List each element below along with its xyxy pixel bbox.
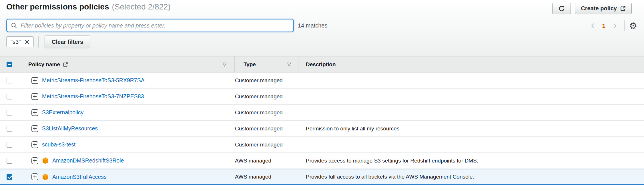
page-title: Other permissions policies(Selected 2/82… — [6, 2, 171, 11]
policy-name-link[interactable]: AmazonS3FullAccess — [52, 174, 107, 180]
search-icon — [11, 22, 17, 29]
table-header-row: Policy name Type Description — [0, 56, 644, 73]
type-filter-icon[interactable] — [287, 61, 291, 67]
table-row[interactable]: scuba-s3-test Customer managed — [0, 137, 644, 153]
expand-row-icon[interactable] — [31, 93, 38, 100]
policy-name-link[interactable]: MetricStreams-FirehoseToS3-7NZPES83 — [42, 93, 144, 100]
policy-name-link[interactable]: S3Externalpolicy — [42, 109, 83, 116]
current-page-number[interactable]: 1 — [598, 22, 610, 29]
policy-name-link[interactable]: scuba-s3-test — [42, 141, 75, 148]
matches-count: 14 matches — [298, 22, 327, 29]
policy-type: Customer managed — [235, 109, 283, 116]
table-row[interactable]: S3Externalpolicy Customer managed — [0, 105, 644, 121]
create-policy-label: Create policy — [581, 5, 617, 12]
selected-count: (Selected 2/822) — [112, 2, 170, 11]
external-link-icon — [63, 62, 68, 67]
table-row[interactable]: AmazonDMSRedshiftS3Role AWS managed Prov… — [0, 153, 644, 169]
expand-row-icon[interactable] — [31, 141, 38, 148]
filter-divider — [38, 36, 39, 48]
header-actions: Create policy — [552, 3, 632, 14]
expand-row-icon[interactable] — [31, 125, 38, 132]
policy-type: Customer managed — [235, 77, 283, 84]
filter-chip-label: "s3" — [11, 39, 21, 45]
column-header-description: Description — [306, 61, 336, 68]
row-checkbox[interactable] — [7, 94, 12, 99]
previous-page-button[interactable] — [588, 21, 598, 31]
policy-description: Permission to only list all my resources — [306, 126, 399, 132]
external-link-icon — [620, 6, 626, 11]
policy-type: Customer managed — [235, 93, 283, 100]
table-body: MetricStreams-FirehoseToS3-5RX9R7SA Cust… — [0, 73, 644, 185]
toolbar-section: Other permissions policies(Selected 2/82… — [0, 0, 644, 56]
policy-name-link[interactable]: MetricStreams-FirehoseToS3-5RX9R7SA — [42, 77, 145, 84]
policy-name-filter-icon[interactable] — [223, 61, 226, 67]
refresh-button[interactable] — [552, 3, 571, 14]
row-checkbox[interactable] — [7, 142, 12, 148]
table-row[interactable]: MetricStreams-FirehoseToS3-7NZPES83 Cust… — [0, 89, 644, 105]
row-checkbox[interactable] — [7, 174, 12, 180]
policy-description: Provides full access to all buckets via … — [306, 174, 474, 180]
next-page-button[interactable] — [610, 21, 620, 31]
policy-name-link[interactable]: AmazonDMSRedshiftS3Role — [52, 157, 124, 164]
policies-table: Policy name Type Description — [0, 56, 644, 185]
policy-name-link[interactable]: S3ListAllMyResources — [42, 125, 98, 132]
table-row[interactable]: AmazonS3FullAccess AWS managed Provides … — [0, 169, 644, 185]
refresh-icon — [558, 5, 565, 12]
aws-managed-icon — [42, 157, 49, 164]
clear-filters-label: Clear filters — [52, 39, 83, 45]
pagination-divider — [624, 20, 625, 31]
filter-search-box[interactable] — [6, 19, 294, 32]
policy-type: AWS managed — [235, 174, 271, 180]
expand-row-icon[interactable] — [31, 173, 38, 180]
policy-type: Customer managed — [235, 126, 283, 132]
table-row[interactable]: S3ListAllMyResources Customer managed Pe… — [0, 121, 644, 137]
expand-row-icon[interactable] — [31, 77, 38, 84]
remove-filter-icon[interactable] — [25, 40, 29, 44]
create-policy-button[interactable]: Create policy — [575, 3, 632, 14]
search-input[interactable] — [21, 22, 289, 29]
policy-description: Provides access to manage S3 settings fo… — [306, 158, 478, 164]
column-header-policy-name[interactable]: Policy name — [28, 61, 60, 68]
column-header-type[interactable]: Type — [244, 61, 256, 68]
page-title-text: Other permissions policies — [6, 2, 109, 11]
aws-managed-icon — [42, 173, 49, 181]
table-row[interactable]: MetricStreams-FirehoseToS3-5RX9R7SA Cust… — [0, 73, 644, 89]
policy-type: AWS managed — [235, 158, 271, 164]
expand-row-icon[interactable] — [31, 157, 38, 164]
select-all-checkbox[interactable] — [7, 62, 12, 67]
row-checkbox[interactable] — [7, 158, 12, 164]
row-checkbox[interactable] — [7, 78, 12, 83]
expand-row-icon[interactable] — [31, 109, 38, 116]
filter-chip-s3[interactable]: "s3" — [6, 36, 34, 47]
settings-gear-icon[interactable] — [629, 21, 637, 30]
clear-filters-button[interactable]: Clear filters — [45, 36, 90, 48]
row-checkbox[interactable] — [7, 126, 12, 132]
row-checkbox[interactable] — [7, 110, 12, 115]
pagination: 1 — [588, 20, 637, 32]
policy-type: Customer managed — [235, 142, 283, 148]
